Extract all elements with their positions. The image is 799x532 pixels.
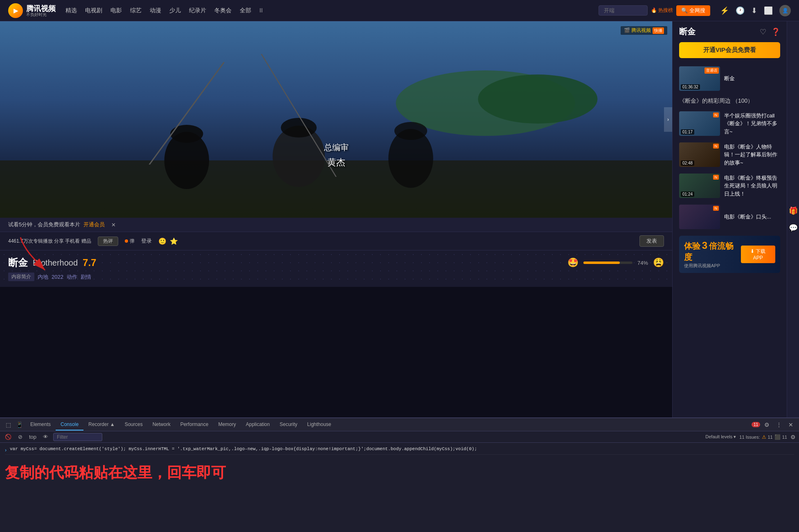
tag-drama[interactable]: 剧情 <box>81 273 91 281</box>
video-section: 总编审 黄杰 🎬 腾讯视频 快播 › 试看5分钟，会员免费观看本片 开通会员 ✕… <box>0 21 672 417</box>
movie-score: 7.7 <box>83 257 96 268</box>
sidebar-related-3[interactable]: N 01:24 电影《断金》终极预告生死谜局！全员狼人明日上线！ <box>673 170 787 201</box>
tab-performance[interactable]: Performance <box>176 419 214 431</box>
gift-icon[interactable]: 🎁 <box>789 206 798 215</box>
eye-icon[interactable]: 👁 <box>41 433 50 441</box>
rating-down-emoji[interactable]: 😩 <box>653 257 664 268</box>
search-input[interactable] <box>599 5 648 16</box>
console-prompt-icon: › <box>5 446 7 454</box>
sidebar-heart-icon[interactable]: ♡ <box>760 27 766 36</box>
nav-jingxuan[interactable]: 精选 <box>65 5 77 16</box>
error-icon: ⬛ <box>774 434 781 440</box>
tag-label[interactable]: 内容简介 <box>8 273 34 281</box>
video-player[interactable]: 总编审 黄杰 🎬 腾讯视频 快播 › <box>0 21 672 218</box>
tab-memory[interactable]: Memory <box>213 419 241 431</box>
send-btn[interactable]: 发表 <box>639 235 664 247</box>
svg-point-9 <box>394 122 427 140</box>
logo-icon: ▶ <box>8 3 23 18</box>
rating-fill <box>583 261 620 264</box>
main-thumb-duration: 01:36:32 <box>681 84 700 90</box>
tab-sources[interactable]: Sources <box>120 419 148 431</box>
console-filter-input[interactable] <box>53 433 102 441</box>
download-nav-icon[interactable]: ⬇ <box>751 6 757 15</box>
sidebar-title-3: 电影《断金》终极预告生死谜局！全员狼人明日上线！ <box>724 175 777 196</box>
devtools-right-icons: 11 ⚙ ⋮ ✕ <box>752 420 796 430</box>
filter-icon[interactable]: ⊘ <box>16 433 24 441</box>
tag-year[interactable]: 2022 <box>52 274 63 280</box>
tab-elements[interactable]: Elements <box>25 419 56 431</box>
tab-application[interactable]: Application <box>241 419 275 431</box>
clear-console-icon[interactable]: 🚫 <box>3 433 13 441</box>
sidebar-related-2[interactable]: N 02:48 电影《断金》人物特辑！一起了解幕后制作的故事~ <box>673 139 787 170</box>
devtools-more-icon[interactable]: ⋮ <box>774 420 784 430</box>
main-content: 总编审 黄杰 🎬 腾讯视频 快播 › 试看5分钟，会员免费观看本片 开通会员 ✕… <box>0 21 799 417</box>
thumb-badge-1: N <box>713 113 719 117</box>
feedback-icon[interactable]: 💬 <box>789 223 798 232</box>
nav-dianshiju[interactable]: 电视剧 <box>85 5 102 16</box>
tab-lighthouse[interactable]: Lighthouse <box>302 419 336 431</box>
ad-highlight: 3 <box>702 240 707 251</box>
danmaku-btn[interactable]: 弹 <box>125 238 135 245</box>
hot-comments-btn[interactable]: 热评 <box>98 237 118 246</box>
tab-security[interactable]: Security <box>275 419 302 431</box>
nav-dongman[interactable]: 动漫 <box>150 5 161 16</box>
play-stats: 4461.7万次专辑播放 分享 手机看 赠品 <box>8 238 91 245</box>
nav-shaoer[interactable]: 少儿 <box>169 5 181 16</box>
screen-icon[interactable]: ⬜ <box>764 6 773 15</box>
nav-zongyi[interactable]: 综艺 <box>130 5 142 16</box>
nav-dianying[interactable]: 电影 <box>110 5 122 16</box>
sidebar-main-thumb: 普通话 01:36:32 <box>679 66 720 91</box>
avatar[interactable]: 👤 <box>779 5 791 16</box>
movie-tags: 内容简介 内地 2022 动作 剧情 <box>8 273 664 281</box>
nav-more[interactable]: ⁞⁞ <box>259 5 263 16</box>
devtools-inspect-icon[interactable]: ⬚ <box>3 420 14 430</box>
vip-icon[interactable]: ⚡ <box>720 6 729 15</box>
devtools-settings-icon[interactable]: ⚙ <box>762 420 772 430</box>
ad-text-group: 体验 3 倍流畅度 使用腾讯视频APP <box>684 240 741 269</box>
sidebar-main-title: 断金 <box>724 75 735 81</box>
hot-search-btn[interactable]: 🔥 热搜榜 <box>651 7 673 14</box>
emoji-star[interactable]: ⭐ <box>170 237 178 245</box>
tag-region[interactable]: 内地 <box>38 273 48 281</box>
emoji-smile[interactable]: 🙂 <box>158 237 167 245</box>
sidebar-related-1[interactable]: N 01:17 半个娱乐圈强势打call《断金》！兄弟情不多言~ <box>673 108 787 139</box>
next-video-btn[interactable]: › <box>664 107 672 132</box>
nav-jilupian[interactable]: 纪录片 <box>189 5 206 16</box>
nav-all[interactable]: 全部 <box>240 5 251 16</box>
dot-icon <box>125 239 128 243</box>
console-input-text: var myCss= document.createElement('style… <box>10 446 477 453</box>
svg-point-5 <box>170 125 203 143</box>
warn-icon: ⚠ <box>762 434 766 440</box>
nav-dongaohui[interactable]: 冬奥会 <box>214 5 232 16</box>
tab-recorder[interactable]: Recorder ▲ <box>83 419 120 431</box>
trial-close-btn[interactable]: ✕ <box>111 222 116 228</box>
trial-vip-button[interactable]: 开通会员 <box>83 221 105 228</box>
sidebar-title-1: 半个娱乐圈强势打call《断金》！兄弟情不多言~ <box>724 113 777 134</box>
tab-console[interactable]: Console <box>56 419 83 431</box>
rating-up-emoji[interactable]: 🤩 <box>567 257 578 268</box>
search-button[interactable]: 🔍 全网搜 <box>676 5 710 16</box>
vip-button[interactable]: 开通VIP会员免费看 <box>679 42 780 58</box>
scroll-controls: 🎁 💬 <box>787 21 799 417</box>
console-settings-icon[interactable]: ⚙ <box>790 434 796 440</box>
sidebar-related-4[interactable]: N 电影《断金》口头... <box>673 201 787 232</box>
history-icon[interactable]: 🕐 <box>736 6 745 15</box>
issues-count: 11 Issues: ⚠ 11 ⬛ 11 <box>739 434 787 440</box>
sidebar-help-icon[interactable]: ❓ <box>771 27 780 36</box>
default-levels-btn[interactable]: Default levels ▾ <box>705 434 736 440</box>
thumb-duration-2: 02:48 <box>681 160 694 166</box>
top-context-icon[interactable]: top <box>27 433 38 441</box>
video-quality-badge: 快播 <box>653 27 664 34</box>
devtools-close-icon[interactable]: ✕ <box>786 420 796 430</box>
logo[interactable]: ▶ 腾讯视频 不负好时光 <box>8 3 56 18</box>
tab-network[interactable]: Network <box>148 419 176 431</box>
top-navigation: ▶ 腾讯视频 不负好时光 精选 电视剧 电影 综艺 动漫 少儿 纪录片 冬奥会 … <box>0 0 799 21</box>
sidebar-main-video[interactable]: 普通话 01:36:32 断金 <box>673 63 787 94</box>
trial-text: 试看5分钟，会员免费观看本片 <box>8 221 80 228</box>
tag-action[interactable]: 动作 <box>67 273 77 281</box>
login-btn[interactable]: 登录 <box>141 237 152 245</box>
console-line-1: › var myCss= document.createElement('sty… <box>5 445 794 455</box>
devtools-mobile-icon[interactable]: 📱 <box>14 420 25 430</box>
download-app-btn[interactable]: ⬇ 下载APP <box>741 246 775 263</box>
movie-rating: 🤩 74% 😩 <box>567 257 664 268</box>
